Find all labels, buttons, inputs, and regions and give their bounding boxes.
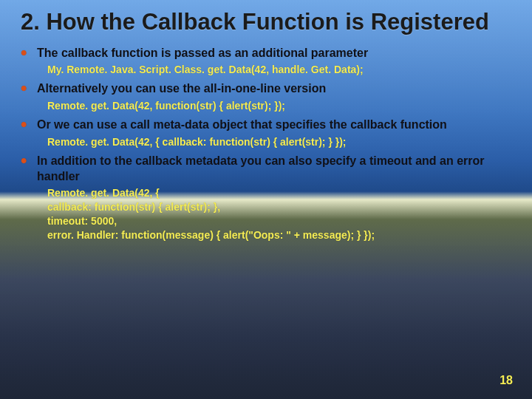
bullet-list: The callback function is passed as an ad…	[21, 46, 511, 242]
code-snippet: Remote. get. Data(42, { callback: functi…	[47, 135, 511, 149]
slide: 2. How the Callback Function is Register…	[0, 0, 532, 399]
bullet-text: Or we can use a call meta-data object th…	[37, 117, 511, 133]
bullet-text: Alternatively you can use the all-in-one…	[37, 81, 511, 97]
bullet-item: The callback function is passed as an ad…	[37, 46, 511, 78]
bullet-item: Alternatively you can use the all-in-one…	[37, 81, 511, 113]
bullet-item: Or we can use a call meta-data object th…	[37, 117, 511, 149]
code-snippet: My. Remote. Java. Script. Class. get. Da…	[47, 63, 511, 77]
code-snippet: Remote. get. Data(42, {callback: functio…	[47, 186, 511, 242]
page-number: 18	[499, 374, 513, 387]
slide-title: 2. How the Callback Function is Register…	[21, 9, 511, 35]
code-snippet: Remote. get. Data(42, function(str) { al…	[47, 99, 511, 113]
bullet-item: In addition to the callback metadata you…	[37, 154, 511, 242]
bullet-text: In addition to the callback metadata you…	[37, 154, 511, 185]
bullet-text: The callback function is passed as an ad…	[37, 46, 511, 61]
